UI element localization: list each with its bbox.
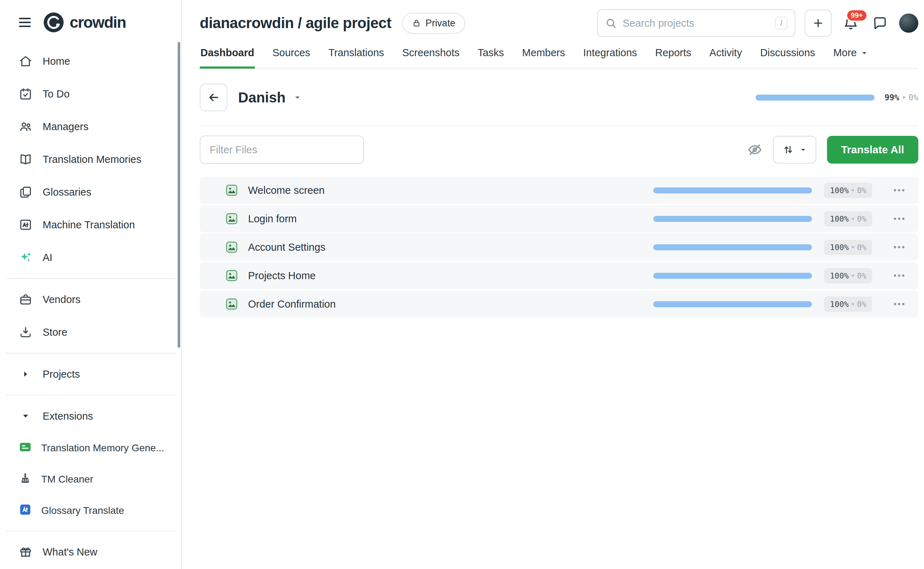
hide-completed-toggle[interactable] xyxy=(747,142,762,157)
notifications-button[interactable]: 99+ xyxy=(841,13,861,33)
sidebar-divider xyxy=(6,278,176,279)
managers-icon xyxy=(18,120,33,133)
language-progress-bar xyxy=(756,94,875,100)
tab-more[interactable]: More xyxy=(833,41,869,68)
language-header: Danish 99%•0% xyxy=(200,84,918,111)
file-menu-button[interactable] xyxy=(892,211,906,226)
sidebar-item-managers[interactable]: Managers xyxy=(0,110,181,143)
privacy-badge[interactable]: Private xyxy=(402,13,465,34)
file-stats-badge: 100%•0% xyxy=(824,211,872,227)
sidebar-item-whats-new[interactable]: What's New xyxy=(0,536,181,568)
messages-button[interactable] xyxy=(870,13,890,33)
translated-percent: 100% xyxy=(830,300,849,309)
back-button[interactable] xyxy=(200,84,228,111)
sidebar-item-store[interactable]: Store xyxy=(0,316,181,348)
sort-arrows-icon xyxy=(782,144,794,156)
eye-off-icon xyxy=(747,142,762,157)
crowdin-logo-icon xyxy=(43,12,64,33)
sidebar-item-vendors[interactable]: Vendors xyxy=(0,283,181,316)
search-input[interactable] xyxy=(623,17,769,29)
sidebar-item-tm-cleaner[interactable]: TM Cleaner xyxy=(0,464,181,495)
top-bar: dianacrowdin / agile project Private / 9… xyxy=(182,0,924,37)
file-stats-badge: 100%•0% xyxy=(824,297,872,312)
file-menu-button[interactable] xyxy=(892,183,906,197)
tab-activity[interactable]: Activity xyxy=(709,41,743,68)
file-progress-bar xyxy=(653,273,812,279)
notification-count-badge: 99+ xyxy=(846,9,868,22)
sort-button[interactable] xyxy=(773,136,816,164)
sidebar-item-translation-memories[interactable]: Translation Memories xyxy=(0,143,181,176)
image-file-icon xyxy=(225,212,238,225)
crowdin-logo[interactable]: crowdin xyxy=(43,12,126,33)
file-row[interactable]: Login form 100%•0% xyxy=(200,205,918,232)
file-menu-button[interactable] xyxy=(892,297,906,311)
sidebar-section-label: Extensions xyxy=(42,411,93,422)
approved-percent: 0% xyxy=(857,215,867,223)
tab-tasks[interactable]: Tasks xyxy=(477,41,505,68)
tab-discussions[interactable]: Discussions xyxy=(759,41,816,68)
crowdin-wordmark: crowdin xyxy=(70,14,126,31)
lock-icon xyxy=(412,18,421,28)
sidebar-item-glossaries[interactable]: Glossaries xyxy=(0,176,181,208)
gift-icon xyxy=(18,545,33,559)
image-file-icon xyxy=(225,241,238,254)
tab-screenshots[interactable]: Screenshots xyxy=(402,41,460,68)
file-toolbar: Translate All xyxy=(200,135,918,164)
stat-separator: • xyxy=(849,215,857,223)
approved-percent: 0% xyxy=(857,186,867,195)
file-row[interactable]: Order Confirmation 100%•0% xyxy=(200,291,918,318)
sidebar-divider xyxy=(6,353,176,353)
sidebar-item-todo[interactable]: To Do xyxy=(0,78,181,110)
machine-translation-icon xyxy=(18,218,33,231)
chevron-down-icon xyxy=(799,146,807,154)
ellipsis-icon xyxy=(892,268,906,283)
tab-reports[interactable]: Reports xyxy=(655,41,692,68)
translated-percent: 99% xyxy=(885,93,900,102)
file-list: Welcome screen 100%•0% Login form 100%•0… xyxy=(200,177,918,319)
tab-members[interactable]: Members xyxy=(521,41,566,68)
filter-files-input[interactable] xyxy=(200,135,364,164)
sidebar-scrollbar[interactable] xyxy=(178,42,180,348)
sidebar-item-label: Translation Memories xyxy=(42,154,141,165)
translate-all-button[interactable]: Translate All xyxy=(827,136,918,164)
file-name[interactable]: Welcome screen xyxy=(248,184,325,196)
file-name[interactable]: Projects Home xyxy=(248,270,316,281)
tab-dashboard[interactable]: Dashboard xyxy=(200,41,255,68)
file-row[interactable]: Projects Home 100%•0% xyxy=(200,262,918,289)
sidebar-item-label: Home xyxy=(42,55,70,67)
file-name[interactable]: Account Settings xyxy=(248,242,326,253)
tab-integrations[interactable]: Integrations xyxy=(583,41,638,68)
translated-percent: 100% xyxy=(830,271,849,280)
image-file-icon xyxy=(225,184,238,197)
sidebar-item-home[interactable]: Home xyxy=(0,45,181,78)
sidebar-item-label: Store xyxy=(42,327,67,338)
ellipsis-icon xyxy=(892,240,906,254)
file-row[interactable]: Account Settings 100%•0% xyxy=(200,234,918,261)
sidebar-item-ai[interactable]: AI xyxy=(0,241,181,274)
language-dropdown-caret[interactable] xyxy=(293,93,302,102)
tab-translations[interactable]: Translations xyxy=(328,41,385,68)
sidebar-item-tm-generator[interactable]: Translation Memory Gene... xyxy=(0,432,181,464)
ellipsis-icon xyxy=(892,297,906,311)
plus-icon xyxy=(812,17,824,29)
file-name[interactable]: Order Confirmation xyxy=(248,298,336,310)
file-menu-button[interactable] xyxy=(892,240,906,254)
sidebar-section-extensions[interactable]: Extensions xyxy=(0,400,181,432)
file-name[interactable]: Login form xyxy=(248,213,297,225)
sidebar-item-label: TM Cleaner xyxy=(41,474,93,485)
tab-sources[interactable]: Sources xyxy=(272,41,311,68)
search-icon xyxy=(605,17,617,29)
sidebar-item-label: Machine Translation xyxy=(42,219,135,231)
file-stats-badge: 100%•0% xyxy=(824,183,872,198)
sidebar-nav: Home To Do Managers Translation Memories… xyxy=(0,45,181,569)
sidebar-item-machine-translation[interactable]: Machine Translation xyxy=(0,208,181,241)
user-avatar[interactable] xyxy=(899,14,918,33)
file-menu-button[interactable] xyxy=(892,268,906,283)
menu-icon[interactable] xyxy=(17,15,33,30)
chevron-down-icon xyxy=(18,411,33,421)
create-project-button[interactable] xyxy=(804,10,831,37)
main-content: dianacrowdin / agile project Private / 9… xyxy=(182,0,924,569)
file-row[interactable]: Welcome screen 100%•0% xyxy=(200,177,918,204)
sidebar-section-projects[interactable]: Projects xyxy=(0,358,181,391)
sidebar-item-glossary-translate[interactable]: Glossary Translate xyxy=(0,495,181,526)
